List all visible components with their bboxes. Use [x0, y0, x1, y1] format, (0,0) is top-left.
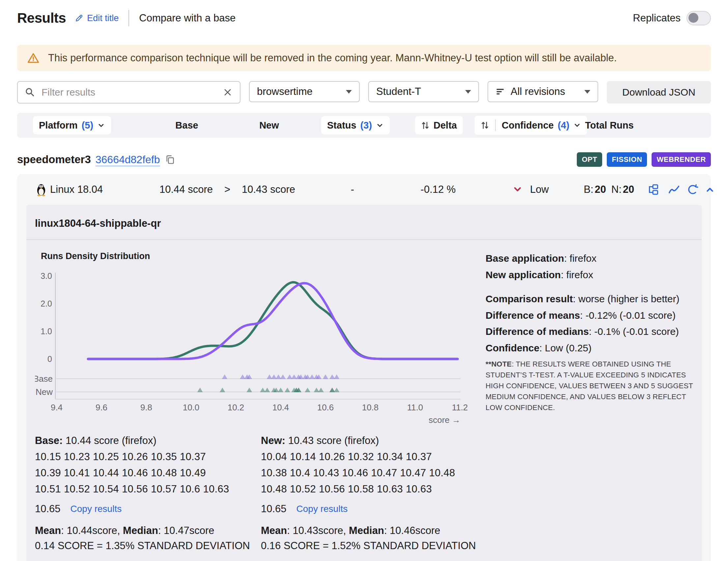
stat-test-value: Student-T [376, 86, 421, 98]
base-value: 10.44 score [159, 183, 213, 195]
sort-arrows-icon [481, 120, 489, 130]
svg-text:10.2: 10.2 [228, 403, 244, 412]
regression-chevron-icon [513, 185, 522, 193]
new-stats-head: 10.43 score (firefox) [285, 435, 379, 446]
copy-icon[interactable] [165, 154, 175, 165]
svg-text:11.2: 11.2 [452, 403, 468, 412]
framework-value: browsertime [257, 86, 313, 98]
median-value: : 10.47score [158, 525, 214, 536]
delta-column-label: Delta [434, 120, 457, 131]
revision-link[interactable]: 36664d82fefb [96, 154, 160, 166]
subtests-icon [647, 183, 659, 195]
mean-value: : 10.44score, [61, 525, 123, 536]
new-copy-results-link[interactable]: Copy results [296, 504, 348, 514]
expanded-detail-panel: linux1804-64-shippable-qr Runs Density D… [26, 205, 702, 561]
deprecation-warning-banner: This performance comparison technique wi… [17, 45, 711, 71]
chevron-down-icon [584, 90, 590, 94]
base-app-label: Base application [486, 253, 564, 264]
comparison-sign: > [224, 183, 230, 195]
new-stats-label: New: [261, 435, 285, 446]
median-label: Median [123, 525, 158, 536]
platform-column-label: Platform [39, 120, 78, 131]
new-column-label: New [259, 120, 279, 131]
collapse-row-button[interactable] [705, 185, 715, 194]
platform-filter-chip[interactable]: Platform (5) [33, 116, 111, 134]
svg-text:10.4: 10.4 [272, 403, 289, 412]
density-chart-svg: 01.02.03.0BaseNew9.49.69.810.010.210.410… [35, 265, 480, 425]
svg-text:10.8: 10.8 [362, 403, 379, 412]
svg-text:score →: score → [429, 415, 461, 425]
warning-icon [27, 52, 40, 64]
new-stddev: 0.16 SCORE = 1.52% STANDARD DEVIATION [261, 540, 487, 552]
chart-title: Runs Density Distribution [41, 251, 483, 261]
chevron-up-icon [705, 185, 715, 194]
edit-title-label: Edit title [87, 13, 119, 23]
page-header: Results Edit title Compare with a base R… [0, 0, 728, 26]
sort-arrows-icon [421, 120, 430, 130]
base-values-line: 10.39 10.41 10.44 10.46 10.48 10.49 [35, 467, 261, 479]
median-label: Median [349, 525, 384, 536]
svg-text:9.6: 9.6 [96, 403, 107, 412]
base-app-value: : firefox [564, 253, 596, 264]
pencil-icon [74, 14, 84, 23]
framework-select[interactable]: browsertime [249, 81, 360, 102]
chart-column: Runs Density Distribution 01.02.03.0Base… [35, 251, 483, 425]
status-filter-chip[interactable]: Status (3) [321, 116, 390, 134]
line-graph-icon [668, 184, 680, 195]
base-mean-median: Mean: 10.44score, Median: 10.47score [35, 525, 261, 537]
linux-penguin-icon [36, 183, 47, 196]
svg-text:Base: Base [35, 374, 53, 384]
tag-opt: OPT [577, 152, 602, 167]
svg-text:9.4: 9.4 [51, 403, 63, 412]
chevron-down-icon [573, 121, 581, 129]
replicates-label: Replicates [633, 12, 681, 24]
note-label: **NOTE [486, 360, 512, 368]
svg-text:10.0: 10.0 [183, 403, 200, 412]
subtests-button[interactable] [647, 183, 659, 195]
mean-value: : 10.43score, [287, 525, 349, 536]
svg-text:3.0: 3.0 [41, 271, 52, 280]
base-values-line: 10.15 10.23 10.25 10.26 10.35 10.37 [35, 451, 261, 463]
delta-value: -0.12 % [421, 183, 456, 195]
diff-means-value: : -0.12% (-0.01 score) [580, 310, 676, 321]
ttest-note: **NOTE: THE RESULTS WERE OBTAINED USING … [486, 359, 693, 413]
base-copy-results-link[interactable]: Copy results [70, 504, 122, 514]
confidence-sort-chip[interactable]: Confidence (4) [475, 116, 587, 135]
runs-stats: Base: 10.44 score (firefox) 10.15 10.23 … [35, 435, 693, 552]
base-column-label: Base [175, 120, 198, 131]
platform-count: (5) [82, 120, 93, 131]
new-stats-column: New: 10.43 score (firefox) 10.04 10.14 1… [261, 435, 487, 552]
graph-button[interactable] [668, 184, 680, 195]
delta-sort-chip[interactable]: Delta [415, 116, 463, 134]
confidence-detail-value: : Low (0.25) [539, 343, 591, 353]
clear-search-icon[interactable] [223, 87, 233, 97]
edit-title-button[interactable]: Edit title [74, 13, 119, 23]
comparison-mode-label: Compare with a base [139, 12, 236, 24]
comparison-result-label: Comparison result [486, 294, 573, 304]
new-runs-count: 20 [623, 183, 634, 195]
download-json-button[interactable]: Download JSON [607, 81, 711, 103]
stat-test-select[interactable]: Student-T [368, 81, 479, 102]
retrigger-button[interactable] [687, 184, 698, 195]
header-divider [128, 10, 129, 26]
chip-separator [495, 119, 496, 131]
status-column-label: Status [327, 120, 356, 131]
new-values-line: 10.48 10.52 10.56 10.58 10.63 10.63 [261, 483, 487, 495]
mean-label: Mean [261, 525, 287, 536]
search-input[interactable] [41, 86, 217, 98]
replicates-toggle[interactable] [686, 11, 711, 25]
result-card: Linux 18.04 10.44 score > 10.43 score - … [17, 174, 711, 561]
new-values-line: 10.04 10.14 10.26 10.32 10.34 10.37 [261, 451, 487, 463]
new-app-value: : firefox [561, 269, 593, 280]
svg-text:11.0: 11.0 [407, 403, 423, 412]
diff-means-label: Difference of means [486, 310, 580, 321]
filter-search-box [17, 81, 240, 103]
perf-compare-results-page: Results Edit title Compare with a base R… [0, 0, 728, 561]
svg-text:10.6: 10.6 [317, 403, 334, 412]
note-text: : THE RESULTS WERE OBTAINED USING THE ST… [486, 360, 693, 412]
platform-result-row[interactable]: Linux 18.04 10.44 score > 10.43 score - … [17, 174, 711, 205]
results-table-header: Platform (5) Base New Status (3) Delta C… [17, 113, 711, 138]
revisions-select[interactable]: All revisions [488, 81, 598, 102]
median-value: : 10.46score [384, 525, 440, 536]
total-runs-column-label: Total Runs [585, 120, 634, 131]
